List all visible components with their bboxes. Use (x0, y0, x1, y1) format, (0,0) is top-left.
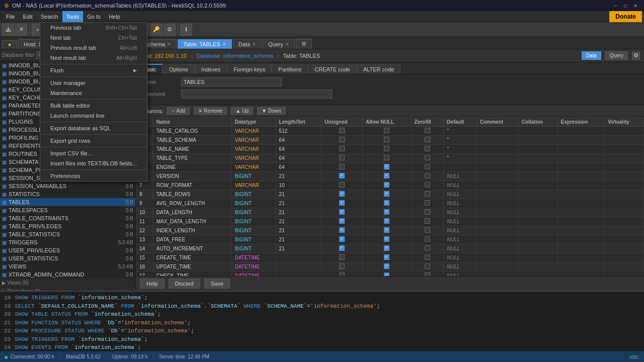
dd-export-grid[interactable]: Export grid rows (40, 136, 147, 146)
dd-bulk-table-editor[interactable]: Bulk table editor (40, 101, 147, 111)
dd-preferences[interactable]: Preferences (40, 171, 147, 181)
dd-previous-tab[interactable]: Previous tab Shift+Ctrl+Tab (40, 23, 147, 33)
dd-sep-7 (40, 169, 147, 170)
dd-user-manager[interactable]: User manager (40, 78, 147, 88)
dd-next-tab[interactable]: Next tab Ctrl+Tab (40, 33, 147, 43)
dd-prev-result-tab[interactable]: Previous result tab Alt+Left (40, 43, 147, 53)
dd-sep-6 (40, 147, 147, 147)
tools-dropdown: Previous tab Shift+Ctrl+Tab Next tab Ctr… (40, 22, 147, 182)
dd-sep-1 (40, 64, 147, 64)
dd-import-csv[interactable]: Import CSV file... (40, 148, 147, 158)
dd-export-db-sql[interactable]: Export database as SQL (40, 123, 147, 133)
dd-flush[interactable]: Flush (40, 65, 147, 75)
dd-sep-4 (40, 122, 147, 122)
dd-sep-3 (40, 99, 147, 100)
dd-launch-cmdline[interactable]: Launch command line (40, 111, 147, 121)
dd-sep-5 (40, 134, 147, 135)
dd-maintenance[interactable]: Maintenance (40, 88, 147, 98)
dd-insert-files[interactable]: Insert files into TEXT/BLOB fields... (40, 158, 147, 168)
dd-sep-2 (40, 76, 147, 77)
dd-next-result-tab[interactable]: Next result tab Alt+Right (40, 53, 147, 63)
